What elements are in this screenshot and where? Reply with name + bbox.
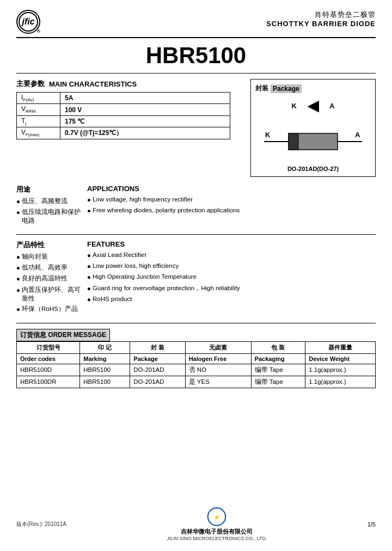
footer-company-area: ⚡ 吉林华微电子股份有限公司 JILIN SINO MICROELECTRONI… [167, 507, 267, 541]
features-two-col: 产品特性 ● 轴向封装 ● 低功耗、高效率 ● 良好的高温特性 ● 内置压保护环… [16, 240, 376, 315]
list-item: ● Low voltage, high frequency rectifier [87, 195, 376, 204]
svg-text:⚡: ⚡ [213, 513, 221, 521]
package: DO-201AD [130, 364, 185, 376]
table-row: VRRM 100 V [17, 104, 230, 115]
order-code: HBR5100D [17, 364, 80, 376]
param-cell: VRRM [17, 104, 60, 115]
value-cell: 175 ℃ [60, 115, 230, 127]
feat-en-5: RoHS product [93, 295, 132, 303]
marking: HBR5100 [80, 364, 130, 376]
package-diagram: K A DO-201AD(DO-27) [255, 120, 371, 172]
order-code: HBR5100DR [17, 376, 80, 388]
features-section: 产品特性 ● 轴向封装 ● 低功耗、高效率 ● 良好的高温特性 ● 内置压保护环… [16, 240, 376, 315]
col-header-en: Order codes [17, 353, 80, 364]
feat-cn-5: 环保（RoHS）产品 [22, 304, 78, 313]
header-title-area: 肖特基势垒二极管 SCHOTTKY BARRIER DIODE [266, 10, 376, 28]
package-title-row: 封装 Package [255, 84, 371, 93]
list-item: ● 轴向封装 [16, 252, 82, 261]
table-row: HBR5100D HBR5100 DO-201AD 否 NO 编带 Tape 1… [17, 364, 376, 376]
feat-en-4: Guard ring for overvoltage protection，Hi… [93, 284, 240, 292]
order-table: 订货型号 印 记 封 装 无卤素 包 装 器件重量 Order codes Ma… [16, 341, 376, 388]
bullet-icon: ● [87, 206, 91, 215]
feat-en-1: Axial Lead Rectifier [93, 250, 146, 259]
section-divider-2 [16, 323, 376, 323]
package-title-en: Package [271, 84, 302, 93]
table-row: HBR5100DR HBR5100 DO-201AD 是 YES 编带 Tape… [17, 376, 376, 388]
col-header-cn: 封 装 [130, 341, 185, 353]
halogen-free: 否 NO [185, 364, 251, 376]
device-weight: 1.1g(approx.) [305, 364, 376, 376]
svg-text:A: A [355, 131, 360, 139]
feat-cn-4: 内置压保护环、高可靠性 [22, 285, 82, 303]
page-header: jfic 肖特基势垒二极管 SCHOTTKY BARRIER DIODE [16, 10, 376, 38]
bullet-icon: ● [16, 264, 20, 272]
table-row-en-header: Order codes Marking Package Halogen Free… [17, 353, 376, 364]
col-header-en: Package [130, 353, 185, 364]
char-title-en: MAIN CHARACTERISTICS [49, 80, 137, 88]
company-name-cn: 吉林华微电子股份有限公司 [181, 528, 253, 536]
device-weight: 1.1g(approx.) [305, 376, 376, 388]
bullet-icon: ● [87, 195, 91, 204]
value-cell: 100 V [60, 104, 230, 115]
list-item: ● 低压续流电路和保护电路 [16, 207, 82, 225]
list-item: ● 低功耗、高效率 [16, 263, 82, 272]
feat-cn-3: 良好的高温特性 [22, 274, 68, 283]
page-footer: 版本(Rev.): 201011A ⚡ 吉林华微电子股份有限公司 JILIN S… [16, 507, 376, 541]
app-en-2: Free wheeling diodes, polarity protectio… [93, 206, 240, 215]
packaging: 编带 Tape [251, 364, 305, 376]
list-item: ● 环保（RoHS）产品 [16, 304, 82, 314]
param-cell: IF(AV) [17, 93, 60, 104]
bullet-icon: ● [87, 284, 91, 293]
package-section: 封装 Package K ◀ A [250, 79, 376, 177]
feat-en-2: Low power loss, high efficiency [93, 261, 179, 270]
app-cn-2: 低压续流电路和保护电路 [22, 207, 82, 225]
table-row: Tj 175 ℃ [17, 115, 230, 127]
app-en-1: Low voltage, high frequency rectifier [93, 195, 193, 204]
package-name: DO-201AD(DO-27) [287, 166, 339, 172]
company-logo: jfic [16, 10, 40, 34]
packaging: 编带 Tape [251, 376, 305, 388]
svg-text:K: K [265, 131, 271, 139]
table-row: VF(max) 0.7V (@Tj=125℃） [17, 127, 230, 139]
table-row: IF(AV) 5A [17, 93, 230, 104]
package: DO-201AD [130, 376, 185, 388]
bullet-icon: ● [16, 305, 20, 314]
header-cn-title: 肖特基势垒二极管 [266, 10, 376, 20]
feat-cn-2: 低功耗、高效率 [22, 263, 68, 272]
diode-symbol-area: K ◀ A [255, 97, 371, 114]
features-en: FEATURES ● Axial Lead Rectifier ● Low po… [87, 240, 376, 315]
company-name-en: JILIN SINO MICROELECTRONICS CO., LTD. [167, 536, 267, 541]
value-cell: 5A [60, 93, 230, 104]
table-row-cn-header: 订货型号 印 记 封 装 无卤素 包 装 器件重量 [17, 341, 376, 353]
bullet-icon: ● [87, 273, 91, 281]
list-item: ● 低压、高频整流 [16, 197, 82, 206]
section-divider [16, 234, 376, 235]
bullet-icon: ● [16, 208, 20, 217]
svg-text:jfic: jfic [21, 17, 34, 26]
part-number: HBR5100 [16, 42, 376, 74]
bullet-icon: ● [16, 253, 20, 261]
col-header-en: Marking [80, 353, 130, 364]
col-header-cn: 器件重量 [305, 341, 376, 353]
applications-section: 用途 ● 低压、高频整流 ● 低压续流电路和保护电路 APPLICATIONS … [16, 185, 376, 226]
main-content-area: 主要参数 MAIN CHARACTERISTICS IF(AV) 5A VRRM… [16, 79, 376, 177]
halogen-free: 是 YES [185, 376, 251, 388]
char-title-cn: 主要参数 [16, 79, 45, 89]
anode-label: A [329, 102, 334, 110]
bullet-icon: ● [87, 262, 91, 271]
svg-rect-4 [289, 133, 298, 150]
param-cell: Tj [17, 115, 60, 127]
order-title-en: ORDER MESSAGE [48, 331, 106, 339]
list-item: ● Free wheeling diodes, polarity protect… [87, 206, 376, 215]
list-item: ● RoHS product [87, 295, 376, 304]
applications-title-cn: 用途 [16, 185, 82, 194]
order-section: 订货信息 ORDER MESSAGE 订货型号 印 记 封 装 无卤素 包 装 … [16, 329, 376, 388]
value-cell: 0.7V (@Tj=125℃） [60, 127, 230, 139]
version-label: 版本(Rev.): 201011A [16, 521, 66, 528]
bullet-icon: ● [87, 295, 91, 304]
bullet-icon: ● [16, 197, 20, 206]
cathode-label: K [292, 102, 297, 110]
col-header-cn: 印 记 [80, 341, 130, 353]
col-header-en: Halogen Free [185, 353, 251, 364]
marking: HBR5100 [80, 376, 130, 388]
